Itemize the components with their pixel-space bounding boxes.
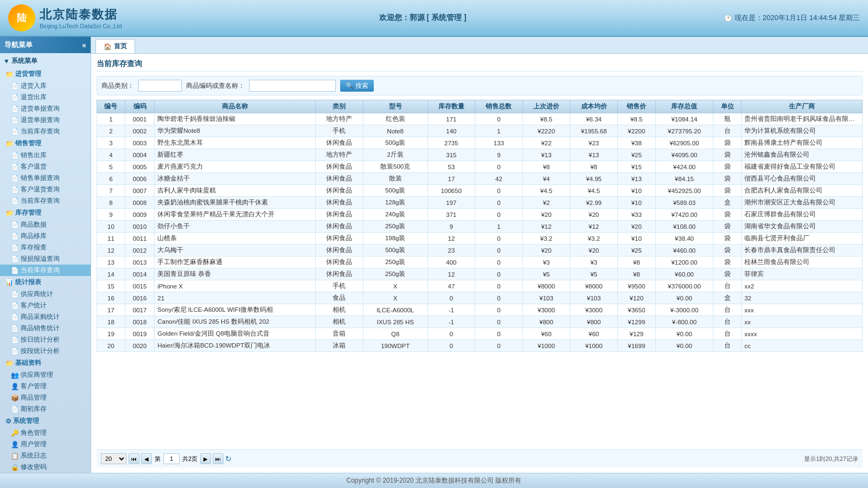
table-container: 编号 编码 商品名称 类别 型号 库存数量 销售总数 上次进价 成本均价 销售价… (97, 100, 863, 447)
sidebar-item-supplier-mgmt[interactable]: 👥供应商管理 (0, 369, 91, 381)
cell-unit: 袋 (713, 173, 742, 185)
page-size-select[interactable]: 20 50 100 (101, 453, 126, 464)
sidebar-item-goods-info[interactable]: 📄商品数据 (0, 219, 91, 230)
table-row[interactable]: 5 0005 麦片燕麦巧克力 休闲食品 散装500克 53 0 ¥8 ¥8 ¥1… (97, 161, 863, 173)
cell-sell-price: ¥13 (617, 173, 655, 185)
cell-name: Sony/索尼 ILCE-A6000L WIFI微单数码相 (155, 304, 316, 316)
table-row[interactable]: 13 0013 手工制作芝麻香酥麻通 休闲食品 250g装 400 0 ¥3 ¥… (97, 256, 863, 268)
cell-stock: 9 (427, 221, 475, 233)
leaf-icon: 👥 (11, 371, 19, 379)
sidebar-item-period-stock[interactable]: 📄期初库存 (0, 403, 91, 415)
cell-total-value: ¥108.00 (655, 221, 713, 233)
cell-model: 2斤装 (363, 149, 427, 161)
leaf-icon: 📄 (11, 291, 19, 298)
cell-num: 3 (97, 137, 125, 149)
leaf-icon: 📄 (11, 244, 19, 252)
sidebar-item-stats-sales[interactable]: 📄商品销售统计 (0, 323, 91, 334)
table-row[interactable]: 15 0015 iPhone X 手机 X 47 0 ¥8000 ¥8000 ¥… (97, 280, 863, 292)
sidebar-item-warehouse-query[interactable]: 📄库存报查 (0, 242, 91, 253)
sidebar-item-stats-daily[interactable]: 📄按日统计分析 (0, 334, 91, 345)
table-row[interactable]: 6 0006 冰糖金桔干 休闲食品 散装 17 42 ¥4 ¥4.95 ¥13 … (97, 173, 863, 185)
sidebar-item-purchase-out[interactable]: 📄退货出库 (0, 92, 91, 103)
first-page-btn[interactable]: ⏮ (129, 453, 139, 464)
leaf-icon: 📄 (11, 313, 19, 321)
table-row[interactable]: 10 0010 劲仔小鱼干 休闲食品 250g装 9 1 ¥12 ¥12 ¥20… (97, 221, 863, 233)
table-row[interactable]: 1 0001 陶华碧老干妈香辣豉油辣椒 地方特产 红色装 171 0 ¥8.5 … (97, 113, 863, 125)
leaf-icon: 👤 (11, 441, 19, 448)
cell-unit: 台 (713, 280, 742, 292)
sidebar-item-stats-customer[interactable]: 📄客户统计 (0, 300, 91, 311)
sidebar-item-purchase-in[interactable]: 📄进货入库 (0, 80, 91, 92)
search-button[interactable]: 🔍 搜索 (340, 80, 374, 92)
table-row[interactable]: 14 0014 美国青豆原味 恭香 休闲食品 250g装 12 0 ¥5 ¥5 … (97, 268, 863, 280)
sidebar-item-current-stock[interactable]: 📄当前库存查询 (0, 265, 91, 276)
next-page-btn[interactable]: ▶ (200, 453, 211, 464)
sidebar-item-purchase[interactable]: 📁 进货管理 (0, 68, 91, 80)
sidebar-item-sys-log[interactable]: 📋系统日志 (0, 450, 91, 461)
sidebar-item-purchase-query2[interactable]: 📄退货单据查询 (0, 114, 91, 126)
table-row[interactable]: 12 0012 大乌梅干 休闲食品 500g装 23 0 ¥20 ¥20 ¥25… (97, 245, 863, 256)
table-row[interactable]: 3 0003 野生东北黑木耳 休闲食品 500g装 2735 133 ¥22 ¥… (97, 137, 863, 149)
cell-last-price: ¥1000 (522, 340, 570, 352)
group-label: 系统管理 (13, 416, 39, 426)
cell-sales: 133 (475, 137, 523, 149)
sidebar-item-goods-mgmt[interactable]: 📦商品管理 (0, 392, 91, 403)
sidebar-item-sales-out[interactable]: 📄销售出库 (0, 150, 91, 161)
cell-manufacturer: 贵州省贵阳南明老干妈风味食品有限公司 (742, 113, 863, 125)
refresh-btn[interactable]: ↻ (225, 454, 232, 463)
sidebar-item-sales[interactable]: 📁 销售管理 (0, 137, 91, 150)
search-bar: 商品类别： 商品编码或查名称： 🔍 搜索 (97, 76, 863, 95)
cell-sell-price: ¥3650 (617, 304, 655, 316)
prev-page-btn[interactable]: ◀ (141, 453, 152, 464)
sidebar-item-user-mgmt[interactable]: 👤用户管理 (0, 439, 91, 450)
table-row[interactable]: 2 0002 华为荣耀Note8 手机 Note8 140 1 ¥2220 ¥1… (97, 125, 863, 137)
sidebar-item-base[interactable]: 📁 基础资料 (0, 357, 91, 369)
sidebar-item-sales-query1[interactable]: 📄销售单据查询 (0, 172, 91, 184)
table-row[interactable]: 11 0011 山楂条 休闲食品 198g装 12 0 ¥3.2 ¥3.2 ¥1… (97, 233, 863, 245)
cell-name: Canon/佳能 IXUS 285 HS 数码相机 202 (155, 316, 316, 328)
sidebar-item-sales-query2[interactable]: 📄客户退货查询 (0, 184, 91, 195)
table-row[interactable]: 17 0017 Sony/索尼 ILCE-A6000L WIFI微单数码相 相机… (97, 304, 863, 316)
table-row[interactable]: 8 0008 夹森奶油桃肉蜜饯果脯果干桃肉干休素 休闲食品 128g装 197 … (97, 197, 863, 209)
sidebar-item-purchase-query1[interactable]: 📄进货单据查询 (0, 103, 91, 114)
cell-sell-price: ¥8 (617, 268, 655, 280)
sidebar-item-stats-period[interactable]: 📄按段统计分析 (0, 345, 91, 357)
sidebar-item-sales-stock[interactable]: 📄当前库存查询 (0, 195, 91, 207)
category-input[interactable] (138, 80, 182, 92)
cell-stock: -1 (427, 304, 475, 316)
sidebar-item-change-pwd[interactable]: 🔒修改密码 (0, 461, 91, 473)
cell-manufacturer: 湖南省华文食品有限公司 (742, 221, 863, 233)
sidebar-item-overflow-query[interactable]: 📄报损报溢查询 (0, 253, 91, 265)
tab-home[interactable]: 🏠 首页 (95, 39, 135, 53)
sidebar-item-sys[interactable]: ⚙ 系统管理 (0, 415, 91, 427)
sidebar-item-sales-return[interactable]: 📄客户退货 (0, 161, 91, 172)
cell-avg-cost: ¥12 (570, 221, 618, 233)
sidebar-item-role-mgmt[interactable]: 🔑角色管理 (0, 427, 91, 439)
cell-sales: 0 (475, 256, 523, 268)
code-input[interactable] (249, 80, 336, 92)
sidebar-item-warehouse[interactable]: 📁 库存管理 (0, 207, 91, 219)
sidebar-item-stats-supplier[interactable]: 📄供应商统计 (0, 288, 91, 300)
table-row[interactable]: 7 0007 吉利人家牛肉味蛋糕 休闲食品 500g装 100650 0 ¥4.… (97, 185, 863, 197)
table-row[interactable]: 9 0009 休闲零食坚果特产精品干果无漂白大个开 休闲食品 240g装 371… (97, 209, 863, 221)
cell-stock: 371 (427, 209, 475, 221)
page-input[interactable] (163, 453, 180, 464)
sidebar-item-purchase-stock[interactable]: 📄当前库存查询 (0, 126, 91, 137)
table-row[interactable]: 16 0016 21 食品 X 0 0 ¥103 ¥103 ¥120 ¥0.00… (97, 292, 863, 304)
sidebar-item-customer-mgmt[interactable]: 👤客户管理 (0, 381, 91, 392)
cell-model: Q8 (363, 328, 427, 340)
tree-root-system[interactable]: ▼ 系统菜单 (0, 54, 91, 68)
table-row[interactable]: 20 0020 Haier/海尔冰箱BCD-190WDPT双门电冰 冰箱 190… (97, 340, 863, 352)
table-row[interactable]: 18 0018 Canon/佳能 IXUS 285 HS 数码相机 202 相机… (97, 316, 863, 328)
cell-stock: 0 (427, 292, 475, 304)
cell-num: 16 (97, 292, 125, 304)
table-row[interactable]: 4 0004 新疆红枣 地方特产 2斤装 315 9 ¥13 ¥13 ¥25 ¥… (97, 149, 863, 161)
sidebar-item-stats[interactable]: 📊 统计报表 (0, 276, 91, 288)
cell-total-value: ¥424.00 (655, 161, 713, 173)
table-row[interactable]: 19 0019 Golden Field/金河田 Q8电脑音响台式音 音箱 Q8… (97, 328, 863, 340)
sidebar-item-goods-move[interactable]: 📄商品移库 (0, 230, 91, 242)
sidebar-collapse-btn[interactable]: « (82, 41, 86, 49)
sidebar-item-stats-purchase[interactable]: 📄商品采购统计 (0, 311, 91, 323)
cell-avg-cost: ¥3 (570, 256, 618, 268)
last-page-btn[interactable]: ⏭ (213, 453, 224, 464)
